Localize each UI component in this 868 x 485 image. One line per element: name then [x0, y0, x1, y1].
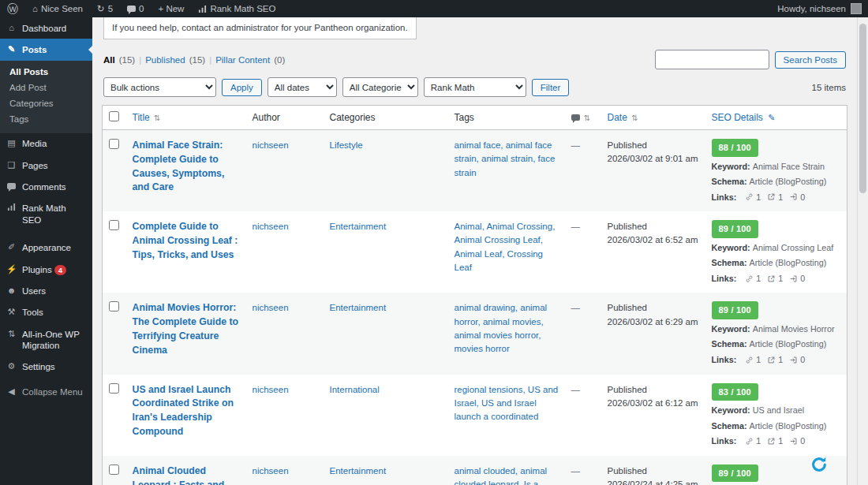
title-column-header: Title ⇅	[126, 106, 246, 130]
author-link[interactable]: nichseen	[253, 385, 289, 394]
sidebar-item-settings[interactable]: ⚙ Settings	[0, 356, 92, 378]
submenu-item-all-posts[interactable]: All Posts	[0, 64, 92, 80]
collapse-menu-button[interactable]: ◀ Collapse Menu	[0, 381, 92, 402]
date-filter-select[interactable]: All dates	[268, 77, 337, 97]
sort-arrows-icon: ⇅	[154, 114, 160, 122]
post-status: Published	[608, 383, 699, 397]
dashboard-icon: ⌂	[6, 23, 17, 34]
internal-links-indicator[interactable]: 1	[745, 435, 761, 447]
post-title-link[interactable]: Animal Face Strain: Complete Guide to Ca…	[133, 139, 240, 195]
no-comments-dash: —	[571, 140, 581, 150]
wordpress-menu[interactable]: Ⓦ	[0, 0, 25, 17]
apply-button[interactable]: Apply	[222, 79, 262, 96]
tags-links[interactable]: regional tensions, US and Israel, US and…	[455, 385, 559, 422]
external-links-indicator[interactable]: 1	[767, 273, 783, 285]
sidebar-item-pages[interactable]: ❑ Pages	[0, 155, 92, 176]
category-link[interactable]: Entertainment	[330, 222, 387, 231]
sidebar-item-label: Appearance	[22, 242, 71, 253]
filter-button[interactable]: Filter	[532, 79, 570, 96]
search-posts-button[interactable]: Search Posts	[775, 51, 846, 69]
sort-by-date-link[interactable]: Date	[608, 112, 627, 123]
author-link[interactable]: nichseen	[253, 303, 289, 312]
internal-links-indicator[interactable]: 1	[745, 192, 761, 203]
comment-bubble-icon[interactable]	[571, 114, 580, 121]
submenu-item-add-post[interactable]: Add Post	[0, 80, 92, 95]
seo-links-label: Links:	[712, 273, 737, 285]
search-posts-input[interactable]	[655, 50, 769, 69]
scrollbar-thumb[interactable]	[859, 24, 866, 193]
post-title-link[interactable]: US and Israel Launch Coordinated Strike …	[133, 383, 240, 439]
view-published-link[interactable]: Published	[145, 55, 185, 65]
sidebar-item-rank-math-seo[interactable]: Rank Math SEO	[0, 198, 92, 231]
sidebar-item-plugins[interactable]: ⚡ Plugins4	[0, 259, 92, 280]
sidebar-item-media[interactable]: ▤ Media	[0, 133, 92, 155]
sidebar-item-posts[interactable]: ✎ Posts	[0, 39, 92, 60]
sidebar-item-appearance[interactable]: ✐ Appearance	[0, 237, 92, 259]
account-menu[interactable]: Howdy, nichseen	[771, 0, 868, 17]
rank-math-adminbar-link[interactable]: Rank Math SEO	[191, 0, 282, 17]
row-checkbox[interactable]	[109, 301, 119, 312]
submenu-item-categories[interactable]: Categories	[0, 95, 92, 111]
category-link[interactable]: Entertainment	[330, 466, 387, 476]
external-links-indicator[interactable]: 1	[767, 354, 783, 366]
row-checkbox[interactable]	[109, 139, 119, 149]
sidebar-item-dashboard[interactable]: ⌂ Dashboard	[0, 17, 92, 39]
sidebar-item-all-in-one-wp-migration[interactable]: ⇅ All-in-One WP Migration	[0, 323, 92, 356]
post-title-cell: Animal Movies Horror: The Complete Guide…	[126, 293, 246, 374]
incoming-links-indicator[interactable]: 0	[789, 192, 805, 203]
tags-links[interactable]: animal clouded, animal clouded leopard, …	[455, 466, 557, 485]
table-row: US and Israel Launch Coordinated Strike …	[103, 375, 847, 456]
incoming-links-indicator[interactable]: 0	[789, 273, 805, 285]
row-checkbox[interactable]	[109, 220, 119, 230]
items-count: 15 items	[812, 83, 846, 92]
seo-schema-label: Schema:	[712, 339, 747, 349]
sidebar-item-users[interactable]: ☻ Users	[0, 280, 92, 301]
internal-links-indicator[interactable]: 1	[745, 354, 761, 366]
category-link[interactable]: Lifestyle	[330, 140, 363, 150]
bulk-actions-select[interactable]: Bulk actions	[103, 77, 216, 97]
category-filter-select[interactable]: All Categories	[342, 77, 418, 97]
view-all-count: (15)	[119, 55, 135, 65]
tags-links[interactable]: Animal, Animal Crossing, Animal Crossing…	[455, 222, 556, 272]
author-link[interactable]: nichseen	[253, 222, 289, 231]
external-links-indicator[interactable]: 1	[767, 192, 783, 203]
row-checkbox[interactable]	[109, 464, 119, 475]
view-pillar-content-link[interactable]: Pillar Content	[215, 55, 270, 65]
category-link[interactable]: International	[330, 385, 380, 394]
post-tags-cell: Animal, Animal Crossing, Animal Crossing…	[448, 211, 565, 293]
seo-details-header-link[interactable]: SEO Details	[712, 112, 763, 123]
incoming-links-indicator[interactable]: 0	[789, 354, 805, 366]
tags-links[interactable]: animal face, animal face strain, animal …	[455, 140, 556, 177]
sidebar-item-comments[interactable]: Comments	[0, 177, 92, 198]
new-content-link[interactable]: + New	[151, 0, 191, 17]
seo-schema-value: Article (BlogPosting)	[750, 339, 827, 349]
sort-by-title-link[interactable]: Title	[133, 112, 150, 123]
post-title-link[interactable]: Animal Movies Horror: The Complete Guide…	[133, 301, 240, 357]
rank-math-icon	[198, 5, 207, 13]
sidebar-item-tools[interactable]: ⚒ Tools	[0, 302, 92, 323]
row-checkbox[interactable]	[109, 383, 119, 394]
submenu-item-tags[interactable]: Tags	[0, 111, 92, 127]
external-links-indicator[interactable]: 1	[767, 435, 783, 447]
comments-link[interactable]: 0	[120, 0, 151, 17]
no-comments-dash: —	[571, 303, 581, 312]
updates-link[interactable]: ↻ 5	[90, 0, 120, 17]
post-title-link[interactable]: Complete Guide to Animal Crossing Leaf :…	[133, 220, 240, 262]
internal-links-indicator[interactable]: 1	[745, 273, 761, 285]
author-link[interactable]: nichseen	[253, 466, 289, 476]
post-title-link[interactable]: Animal Clouded Leopard : Facts and Habit…	[133, 464, 240, 485]
sidebar-item-label: Dashboard	[22, 23, 66, 34]
author-link[interactable]: nichseen	[253, 140, 289, 150]
post-status: Published	[608, 139, 699, 152]
category-link[interactable]: Entertainment	[330, 303, 387, 312]
updates-count: 5	[108, 4, 113, 13]
post-categories-cell: International	[324, 375, 448, 456]
tags-links[interactable]: animal drawing, animal horror, animal mo…	[455, 303, 548, 353]
seo-keyword-label: Keyword:	[712, 162, 750, 171]
incoming-links-indicator[interactable]: 0	[789, 435, 805, 447]
tags-column-header: Tags	[448, 106, 565, 130]
rank-math-filter-select[interactable]: Rank Math	[424, 77, 526, 97]
select-all-checkbox[interactable]	[109, 111, 119, 121]
view-all-link[interactable]: All	[103, 55, 115, 65]
site-name-link[interactable]: ⌂ Nice Seen	[25, 0, 90, 17]
